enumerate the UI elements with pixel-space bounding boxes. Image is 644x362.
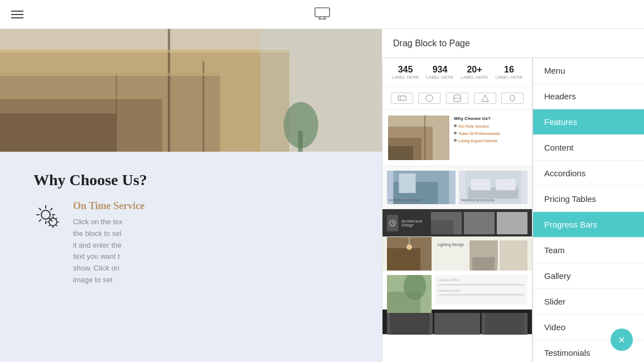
- svg-point-46: [406, 244, 412, 250]
- service-desc: Click on the texthe block to selit and e…: [73, 216, 144, 286]
- svg-rect-30: [424, 115, 425, 160]
- stat-item-1: 345 label here: [391, 65, 419, 80]
- logo-4: [474, 93, 496, 104]
- feature-list-item-3: Living Expert Interior: [454, 138, 526, 144]
- service-item: On Time Service Click on the texthe bloc…: [33, 200, 348, 286]
- dark-block-label: Architecture Design: [401, 219, 424, 227]
- feature-image: [388, 115, 449, 160]
- card-bedroom: BEDROOM DESIGN: [459, 171, 527, 204]
- preview-feature-block[interactable]: Why Choose Us? On-Time Service Team Of P…: [382, 110, 532, 166]
- svg-rect-13: [0, 73, 220, 76]
- logo-1: [391, 93, 413, 104]
- preview-cards-block[interactable]: INTERIOR DESIGN BEDROOM DESIGN: [382, 166, 532, 209]
- preview-dark-block[interactable]: Architecture Design: [382, 209, 532, 237]
- staircase-hero-image: [0, 29, 382, 152]
- svg-rect-17: [298, 131, 303, 152]
- logo-2: [418, 93, 440, 104]
- right-sidebar: Menu Headers Features Content Accordions…: [532, 58, 644, 362]
- top-bar: [0, 0, 644, 29]
- bottom-divider-1: [438, 284, 524, 286]
- gallery-cell-2: [434, 313, 480, 335]
- svg-marker-25: [482, 95, 488, 102]
- sidebar-item-team[interactable]: Team: [533, 238, 644, 263]
- gallery-cell-3: [482, 313, 527, 335]
- svg-rect-48: [472, 257, 495, 271]
- sidebar-label-progress-bars: Progress Bars: [544, 220, 597, 229]
- feature-label-3: Living Expert Interior: [458, 138, 497, 144]
- svg-rect-12: [0, 50, 289, 52]
- page-area: Why Choose Us? On Time Service Click on …: [0, 29, 382, 362]
- service-text-wrap: On Time Service Click on the texthe bloc…: [73, 200, 144, 286]
- main-area: Why Choose Us? On Time Service Click on …: [0, 29, 644, 362]
- stat-label-1: label here: [391, 75, 419, 80]
- svg-rect-41: [464, 212, 495, 234]
- feature-dot-1: [454, 124, 457, 127]
- bottom-label-1: London Office: [438, 278, 524, 282]
- feature-label-2: Team Of Professionals: [458, 131, 500, 137]
- sidebar-item-progress-bars[interactable]: Progress Bars: [533, 212, 644, 238]
- feature-label-1: On-Time Service: [458, 124, 489, 129]
- sidebar-item-content[interactable]: Content: [533, 135, 644, 161]
- svg-rect-14: [0, 96, 162, 99]
- service-title: On Time Service: [73, 200, 144, 212]
- sidebar-item-features[interactable]: Features: [533, 109, 644, 135]
- svg-rect-49: [500, 240, 527, 271]
- right-section-body: 345 label here 934 label here 20+ label …: [382, 58, 644, 362]
- sidebar-label-headers: Headers: [544, 91, 576, 101]
- sidebar-item-slider[interactable]: Slider: [533, 289, 644, 315]
- feature-dot-3: [454, 139, 457, 142]
- sidebar-label-gallery: Gallery: [544, 271, 571, 281]
- drag-header: Drag Block to Page: [382, 29, 644, 58]
- preview-bottom-block[interactable]: London Office London Centre: [382, 271, 532, 310]
- preview-lighting-block[interactable]: Lighting Design: [382, 237, 532, 271]
- card-label-interior: INTERIOR DESIGN: [389, 199, 453, 202]
- hamburger-menu-icon[interactable]: [11, 11, 23, 18]
- svg-rect-20: [398, 96, 406, 100]
- stat-number-2: 934: [426, 65, 453, 75]
- preview-stats-block[interactable]: 345 label here 934 label here 20+ label …: [382, 58, 532, 87]
- stat-label-3: label here: [461, 75, 488, 80]
- svg-rect-36: [471, 179, 491, 190]
- sidebar-item-accordions[interactable]: Accordions: [533, 161, 644, 186]
- sidebar-label-features: Features: [544, 117, 577, 127]
- dark-icon: [387, 215, 398, 231]
- preview-gallery-block[interactable]: [382, 310, 532, 335]
- bottom-divider-2: [438, 294, 524, 296]
- right-section: Drag Block to Page 345 label here 934 la…: [382, 29, 644, 362]
- lighting-images-right: [469, 240, 527, 267]
- preview-panel[interactable]: 345 label here 934 label here 20+ label …: [382, 58, 532, 362]
- svg-rect-44: [387, 248, 420, 271]
- stat-number-3: 20+: [461, 65, 488, 75]
- svg-rect-15: [260, 29, 382, 152]
- svg-rect-53: [390, 313, 429, 335]
- feature-list-item-2: Team Of Professionals: [454, 131, 526, 137]
- sidebar-label-testimonials: Testimonials: [544, 348, 590, 358]
- drag-header-label: Drag Block to Page: [393, 38, 470, 49]
- sidebar-label-accordions: Accordions: [544, 168, 585, 178]
- stat-label-2: label here: [426, 75, 453, 80]
- svg-rect-29: [388, 146, 413, 160]
- why-choose-title: Why Choose Us?: [33, 171, 348, 189]
- sidebar-item-gallery[interactable]: Gallery: [533, 263, 644, 289]
- svg-rect-40: [431, 220, 453, 234]
- sidebar-label-slider: Slider: [544, 297, 565, 306]
- sidebar-label-video: Video: [544, 322, 565, 332]
- svg-point-22: [426, 95, 433, 102]
- sidebar-item-headers[interactable]: Headers: [533, 84, 644, 109]
- close-button[interactable]: ×: [611, 329, 633, 351]
- sidebar-label-content: Content: [544, 143, 574, 152]
- stat-number-4: 16: [495, 65, 522, 75]
- gallery-cell-1: [387, 313, 433, 335]
- gear-icon: [33, 202, 64, 233]
- sidebar-label-team: Team: [544, 245, 565, 255]
- sidebar-item-pricing-tables[interactable]: Pricing Tables: [533, 186, 644, 212]
- sidebar-label-pricing-tables: Pricing Tables: [544, 194, 596, 204]
- sidebar-item-menu[interactable]: Menu: [533, 58, 644, 84]
- feature-text: Why Choose Us? On-Time Service Team Of P…: [454, 115, 526, 160]
- stat-label-4: label here: [495, 75, 522, 80]
- bottom-right-content: London Office London Centre: [435, 275, 527, 305]
- stat-item-3: 20+ label here: [461, 65, 488, 80]
- preview-logos-block[interactable]: [382, 87, 532, 110]
- bottom-label-2: London Centre: [438, 289, 524, 292]
- svg-rect-54: [438, 313, 477, 335]
